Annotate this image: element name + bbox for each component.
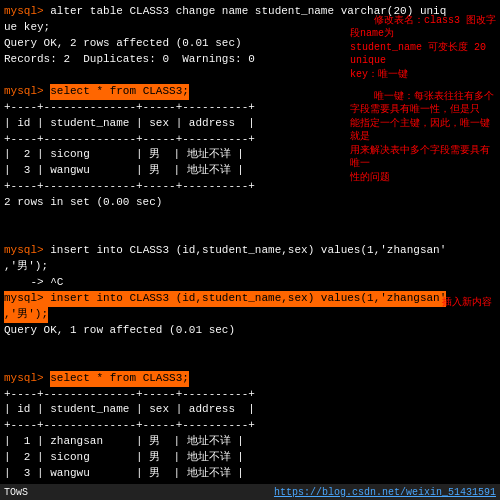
result-line-3: Query OK, 1 row affected (0.01 sec) (4, 323, 496, 339)
annotation-3-text: 插入新内容 (442, 297, 492, 308)
annotation-2: 唯一键：每张表往往有多个字段需要具有唯一性，但是只能指定一个主键，因此，唯一键就… (350, 76, 498, 198)
blank-4 (4, 339, 496, 355)
table2-header-1: | id | student_name | sex | address | (4, 402, 496, 418)
insert-cmd-hl-1: insert into CLASS3 (id,student_name,sex)… (50, 291, 446, 307)
insert-line-2: ,'男'); (4, 259, 496, 275)
table2-row-1: | 1 | zhangsan | 男 | 地址不详 | (4, 434, 496, 450)
blank-3 (4, 227, 496, 243)
insert-cmd-3: -> ^C (4, 275, 63, 291)
table2-row-3: | 3 | wangwu | 男 | 地址不详 | (4, 466, 496, 482)
table-result-1: 2 rows in set (0.00 sec) (4, 195, 496, 211)
annotation-1-text: 修改表名：class3 图改字段name为student_name 可变长度 2… (350, 15, 496, 80)
select-line-2: mysql> select * from CLASS3; (4, 371, 496, 387)
annotation-3: 插入新内容 (418, 282, 498, 323)
insert-line-1: mysql> insert into CLASS3 (id,student_na… (4, 243, 496, 259)
terminal: mysql> alter table CLASS3 change name st… (0, 0, 500, 500)
result-text-3: Query OK, 1 row affected (0.01 sec) (4, 323, 235, 339)
insert-cmd-2: ,'男'); (4, 259, 48, 275)
insert-cmd-hl-2: ,'男'); (4, 307, 48, 323)
bottom-bar-right[interactable]: https://blog.csdn.net/weixin_51431591 (274, 487, 496, 498)
prompt-3: mysql> (4, 243, 50, 259)
result-text-2: Records: 2 Duplicates: 0 Warnings: 0 (4, 52, 255, 68)
table2-row-2: | 2 | sicong | 男 | 地址不详 | (4, 450, 496, 466)
bottom-bar-left: TOwS (4, 487, 28, 498)
blank-2 (4, 211, 496, 227)
bottom-bar: TOwS https://blog.csdn.net/weixin_514315… (0, 484, 500, 500)
table2-sep-1: +----+--------------+-----+----------+ (4, 387, 496, 403)
prompt-5: mysql> (4, 371, 50, 387)
annotation-2-text: 唯一键：每张表往往有多个字段需要具有唯一性，但是只能指定一个主键，因此，唯一键就… (350, 91, 494, 183)
prompt-2: mysql> (4, 84, 50, 100)
blank-5 (4, 355, 496, 371)
table2-sep-2: +----+--------------+-----+----------+ (4, 418, 496, 434)
select-cmd-1: select * from CLASS3; (50, 84, 189, 100)
prompt-4: mysql> (4, 291, 50, 307)
cmd-text-2: ue key; (4, 20, 50, 36)
prompt-1: mysql> (4, 4, 50, 20)
insert-cmd-1: insert into CLASS3 (id,student_name,sex)… (50, 243, 446, 259)
select-cmd-2: select * from CLASS3; (50, 371, 189, 387)
result-text-1: Query OK, 2 rows affected (0.01 sec) (4, 36, 242, 52)
